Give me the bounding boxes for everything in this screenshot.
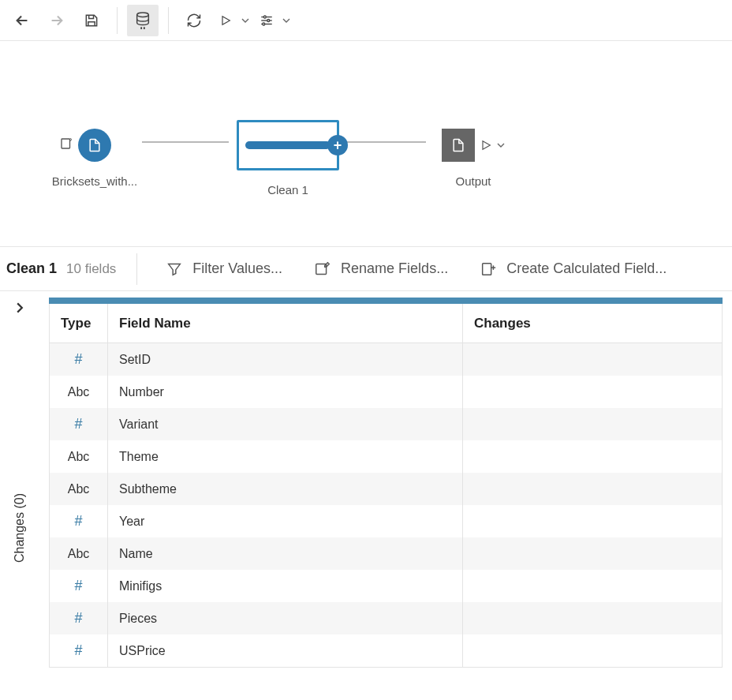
list-pane: Changes (0) Type Field Name Changes #Set… [0, 290, 732, 700]
table-row[interactable]: #Pieces [50, 602, 722, 634]
run-output-button[interactable] [480, 139, 492, 152]
output-node-label: Output [455, 174, 491, 188]
field-name-cell[interactable]: USPrice [108, 634, 463, 667]
table-row[interactable]: #USPrice [50, 634, 722, 667]
svg-point-3 [263, 16, 266, 18]
svg-point-0 [137, 12, 149, 16]
col-header-name[interactable]: Field Name [108, 304, 463, 343]
table-row[interactable]: AbcSubtheme [50, 473, 722, 505]
grid-body: #SetIDAbcNumber#VariantAbcThemeAbcSubthe… [50, 343, 722, 667]
string-type-icon: Abc [68, 385, 90, 399]
field-name-cell[interactable]: Variant [108, 408, 463, 440]
flow-settings-button[interactable] [254, 5, 279, 36]
table-row[interactable]: #Minifigs [50, 570, 722, 602]
string-type-icon: Abc [68, 482, 90, 496]
changes-cell [463, 343, 722, 376]
changes-cell [463, 537, 722, 570]
create-calc-field-label: Create Calculated Field... [506, 260, 667, 277]
field-name-cell[interactable]: SetID [108, 343, 463, 376]
top-toolbar [0, 0, 732, 41]
col-header-changes[interactable]: Changes [463, 304, 722, 343]
flow-settings-group [254, 5, 292, 36]
table-row[interactable]: AbcName [50, 537, 722, 570]
type-cell[interactable]: # [50, 602, 108, 634]
type-cell[interactable]: Abc [50, 537, 108, 570]
step-field-count: 10 fields [66, 261, 116, 277]
type-cell[interactable]: Abc [50, 376, 108, 408]
calc-field-icon [480, 260, 497, 278]
field-name-cell[interactable]: Number [108, 376, 463, 408]
input-node-icon [78, 129, 111, 162]
svg-point-5 [267, 19, 270, 21]
clean-node-label: Clean 1 [267, 183, 308, 197]
svg-rect-11 [483, 263, 491, 275]
run-flow-button[interactable] [213, 5, 238, 36]
step-divider [136, 253, 137, 285]
table-row[interactable]: AbcTheme [50, 440, 722, 473]
back-button[interactable] [6, 5, 38, 36]
create-calc-field-button[interactable]: Create Calculated Field... [472, 256, 674, 283]
svg-point-7 [263, 23, 265, 25]
changes-cell [463, 440, 722, 473]
toolbar-divider [168, 7, 169, 34]
filter-values-button[interactable]: Filter Values... [158, 256, 290, 283]
rename-fields-label: Rename Fields... [341, 260, 448, 277]
field-name-cell[interactable]: Year [108, 505, 463, 537]
rename-fields-button[interactable]: Rename Fields... [306, 256, 456, 283]
filter-icon [166, 260, 183, 278]
col-header-type[interactable]: Type [50, 304, 108, 343]
svg-marker-1 [222, 16, 230, 24]
changes-cell [463, 376, 722, 408]
field-name-cell[interactable]: Subtheme [108, 473, 463, 505]
rename-icon [314, 260, 331, 278]
type-cell[interactable]: # [50, 570, 108, 602]
run-flow-dropdown[interactable] [240, 5, 251, 36]
changes-cell [463, 473, 722, 505]
expand-changes-icon[interactable] [14, 302, 25, 313]
type-cell[interactable]: # [50, 408, 108, 440]
run-flow-group [213, 5, 251, 36]
table-row[interactable]: #Year [50, 505, 722, 537]
run-output-dropdown[interactable] [497, 141, 505, 149]
flow-node-input[interactable]: Bricksets_with... [47, 129, 142, 188]
grid-accent-bar [49, 298, 723, 304]
number-type-icon: # [74, 578, 82, 594]
changes-rail[interactable]: Changes (0) [0, 291, 39, 700]
type-cell[interactable]: # [50, 505, 108, 537]
grid-header: Type Field Name Changes [50, 304, 722, 343]
svg-rect-8 [62, 139, 70, 148]
field-grid: Type Field Name Changes #SetIDAbcNumber#… [49, 304, 723, 668]
field-name-cell[interactable]: Theme [108, 440, 463, 473]
type-cell[interactable]: # [50, 634, 108, 667]
type-cell[interactable]: Abc [50, 473, 108, 505]
forward-button[interactable] [41, 5, 73, 36]
filter-values-label: Filter Values... [192, 260, 282, 277]
refresh-button[interactable] [178, 5, 210, 36]
number-type-icon: # [74, 351, 82, 368]
toolbar-divider [117, 7, 118, 34]
string-type-icon: Abc [68, 450, 90, 464]
flow-settings-dropdown[interactable] [281, 5, 292, 36]
add-step-button[interactable]: + [327, 135, 348, 155]
number-type-icon: # [74, 513, 82, 530]
flow-node-output[interactable]: Output [426, 129, 521, 188]
clean-node-bar [245, 141, 331, 149]
flow-node-clean[interactable]: + Clean 1 [229, 120, 347, 197]
output-node-icon [442, 129, 475, 162]
step-header: Clean 1 10 fields Filter Values... Renam… [0, 246, 732, 290]
field-name-cell[interactable]: Minifigs [108, 570, 463, 602]
type-cell[interactable]: Abc [50, 440, 108, 473]
field-grid-wrap: Type Field Name Changes #SetIDAbcNumber#… [39, 291, 732, 700]
save-button[interactable] [76, 5, 107, 36]
svg-marker-9 [483, 141, 490, 150]
field-name-cell[interactable]: Name [108, 537, 463, 570]
table-row[interactable]: #SetID [50, 343, 722, 376]
table-row[interactable]: AbcNumber [50, 376, 722, 408]
table-row[interactable]: #Variant [50, 408, 722, 440]
type-cell[interactable]: # [50, 343, 108, 376]
changes-cell [463, 634, 722, 667]
field-name-cell[interactable]: Pieces [108, 602, 463, 634]
flow-canvas[interactable]: Bricksets_with... + Clean 1 [0, 41, 732, 246]
connections-button[interactable] [127, 5, 159, 36]
flow-row: Bricksets_with... + Clean 1 [47, 120, 521, 197]
